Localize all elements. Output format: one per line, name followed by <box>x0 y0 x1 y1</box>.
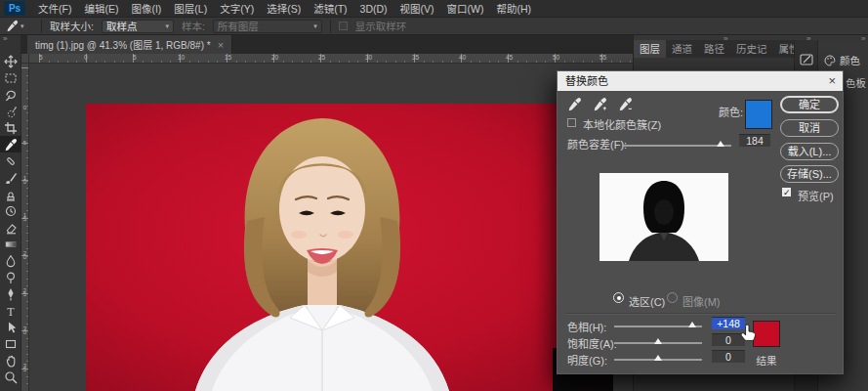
vertical-ruler[interactable]: 0 5 10 15 20 25 30 35 <box>21 64 29 391</box>
eyedropper-sample-button[interactable] <box>565 95 583 112</box>
menu-image[interactable]: 图像(I) <box>131 1 161 16</box>
move-tool[interactable] <box>0 53 21 69</box>
zoom-tool[interactable] <box>0 369 21 385</box>
ruler-number: 50 <box>553 54 559 61</box>
ruler-number: 55 <box>599 54 606 61</box>
pen-tool[interactable] <box>0 285 21 302</box>
smudge-tool[interactable] <box>0 252 21 269</box>
selection-radio[interactable] <box>613 292 624 303</box>
tab-layers[interactable]: 图层 <box>634 40 666 58</box>
menu-3d[interactable]: 3D(D) <box>360 3 388 15</box>
saturation-slider-thumb[interactable] <box>654 338 662 344</box>
swatches-panel-button[interactable]: 色板 <box>846 75 866 90</box>
gradient-tool[interactable] <box>0 236 21 252</box>
selection-radio-label[interactable]: 选区(C) <box>629 293 665 309</box>
localized-clusters-checkbox[interactable] <box>567 118 576 127</box>
preview-checkbox[interactable]: ✓ <box>782 188 791 196</box>
color-panel-label: 颜色 <box>840 53 860 67</box>
swatches-panel-label: 色板 <box>846 75 866 90</box>
quick-selection-tool[interactable] <box>0 103 21 119</box>
menu-file[interactable]: 文件(F) <box>38 1 71 16</box>
type-tool[interactable]: T <box>0 302 21 319</box>
image-radio[interactable] <box>667 292 678 303</box>
eyedropper-add-button[interactable] <box>591 95 608 112</box>
photo-portrait-woman[interactable] <box>86 104 613 391</box>
ruler-number: 0 <box>84 54 88 61</box>
localized-clusters-label: 本地化颜色簇(Z) <box>583 116 661 132</box>
ruler-number: 5 <box>22 140 28 144</box>
dodge-tool[interactable] <box>0 269 21 285</box>
menu-view[interactable]: 视图(V) <box>400 1 434 16</box>
menu-select[interactable]: 选择(S) <box>267 1 301 16</box>
ruler-corner[interactable] <box>21 54 29 64</box>
close-icon[interactable]: × <box>828 73 836 89</box>
ruler-number: 40 <box>459 54 466 61</box>
ruler-number: 10 <box>178 54 185 61</box>
document-tab[interactable]: timg (1).jpg @ 41.3% (图层 1, RGB/8#) * × <box>27 35 232 54</box>
path-selection-tool[interactable] <box>0 319 21 335</box>
fuzziness-value[interactable]: 184 <box>739 134 770 147</box>
dialog-titlebar[interactable]: 替换颜色 <box>558 71 843 91</box>
menu-type[interactable]: 文字(Y) <box>220 1 254 16</box>
close-icon[interactable]: × <box>218 39 224 51</box>
menu-layer[interactable]: 图层(L) <box>174 1 207 16</box>
hue-label: 色相(H): <box>567 319 606 334</box>
ruler-number: 20 <box>22 250 28 258</box>
lightness-slider-thumb[interactable] <box>654 355 662 361</box>
panel-menu-icon[interactable]: ≡ <box>781 44 786 54</box>
selection-arrow-icon <box>4 321 18 334</box>
spot-healing-brush-tool[interactable] <box>0 152 21 169</box>
menu-window[interactable]: 窗口(W) <box>447 1 484 16</box>
cancel-button[interactable]: 取消 <box>780 119 839 137</box>
rectangle-tool[interactable] <box>0 335 21 352</box>
history-brush-tool[interactable] <box>0 202 21 219</box>
load-button[interactable]: 载入(L)... <box>780 143 839 160</box>
color-palette-icon <box>824 55 836 66</box>
hue-value[interactable]: +148 <box>712 317 745 329</box>
preview-label[interactable]: 预览(P) <box>798 188 834 203</box>
tool-preset-picker[interactable]: ▾ <box>6 20 33 32</box>
ok-button[interactable]: 确定 <box>780 96 839 113</box>
clone-stamp-tool[interactable] <box>0 186 21 202</box>
eraser-tool[interactable] <box>0 219 21 236</box>
eraser-icon <box>4 221 18 235</box>
menu-bar: Ps 文件(F) 编辑(E) 图像(I) 图层(L) 文字(Y) 选择(S) 滤… <box>0 0 868 17</box>
sample-size-dropdown[interactable]: 取样点 ▾ <box>102 20 174 33</box>
export-panel-icon[interactable] <box>799 52 814 67</box>
lasso-icon <box>4 88 18 102</box>
collapse-chevron-icon[interactable]: » <box>3 34 6 43</box>
selected-color-swatch[interactable] <box>745 100 772 129</box>
chevron-down-icon: ▾ <box>313 22 317 29</box>
photoshop-logo[interactable]: Ps <box>4 1 25 16</box>
result-color-swatch[interactable] <box>753 321 780 347</box>
fuzziness-slider-thumb[interactable] <box>717 141 724 147</box>
menu-filter[interactable]: 滤镜(T) <box>313 1 347 16</box>
hand-tool[interactable] <box>0 352 21 369</box>
type-icon: T <box>4 304 18 318</box>
eyedropper-icon <box>4 138 18 152</box>
menu-edit[interactable]: 编辑(E) <box>84 1 118 16</box>
hue-slider-thumb[interactable] <box>688 322 696 327</box>
horizontal-ruler[interactable]: 5 0 5 10 15 20 25 30 35 40 45 50 55 <box>29 54 633 64</box>
crop-tool[interactable] <box>0 119 21 136</box>
dodge-icon <box>4 271 18 284</box>
save-button[interactable]: 存储(S)... <box>780 165 839 183</box>
saturation-value[interactable]: 0 <box>712 333 745 346</box>
image-radio-label[interactable]: 图像(M) <box>682 293 721 309</box>
color-panel-button[interactable]: 颜色 <box>824 53 860 67</box>
tab-paths[interactable]: 路径 <box>698 40 730 58</box>
tab-channels[interactable]: 通道 <box>666 40 698 58</box>
tool-options-bar: ▾ 取样大小: 取样点 ▾ 样本: 所有图层 ▾ 显示取样环 <box>0 17 868 35</box>
fuzziness-slider-track[interactable] <box>622 145 731 147</box>
eyedropper-subtract-button[interactable] <box>616 95 634 112</box>
menu-help[interactable]: 帮助(H) <box>497 1 532 16</box>
lasso-tool[interactable] <box>0 86 21 103</box>
rectangular-marquee-tool[interactable] <box>0 69 21 86</box>
canvas-area[interactable] <box>29 64 633 391</box>
brush-tool[interactable] <box>0 169 21 186</box>
eyedropper-tool[interactable] <box>0 136 21 152</box>
lightness-value[interactable]: 0 <box>712 350 745 363</box>
crop-icon <box>4 121 18 135</box>
sample-size-label: 取样大小: <box>50 19 94 33</box>
tab-history[interactable]: 历史记 <box>730 40 773 58</box>
